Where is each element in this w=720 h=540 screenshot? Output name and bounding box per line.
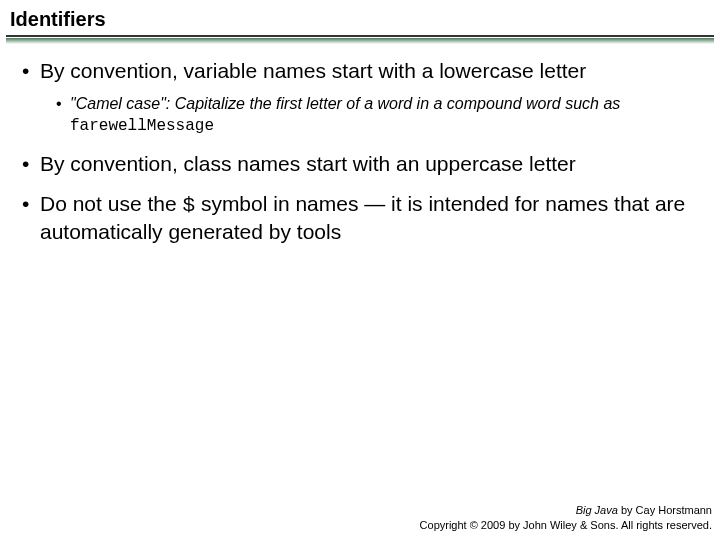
sub-bullet-1-text: "Camel case": Capitalize the first lette… [70, 95, 620, 112]
bullet-1: By convention, variable names start with… [22, 58, 698, 137]
footer-copyright: Copyright © 2009 by John Wiley & Sons. A… [420, 518, 712, 532]
content-area: By convention, variable names start with… [0, 44, 720, 246]
bullet-2-text: By convention, class names start with an… [40, 152, 576, 175]
footer-line-1: Big Java by Cay Horstmann [420, 503, 712, 517]
footer-byline: by Cay Horstmann [618, 504, 712, 516]
bullet-1-text: By convention, variable names start with… [40, 59, 586, 82]
code-farewell: farewellMessage [70, 117, 214, 135]
code-dollar: $ [182, 194, 195, 217]
title-rule [6, 35, 714, 37]
bullet-3: Do not use the $ symbol in names — it is… [22, 191, 698, 246]
slide-title: Identifiers [0, 0, 720, 35]
bullet-3-pre: Do not use the [40, 192, 182, 215]
bullet-2: By convention, class names start with an… [22, 151, 698, 177]
book-title: Big Java [576, 504, 618, 516]
footer: Big Java by Cay Horstmann Copyright © 20… [420, 503, 712, 532]
sub-bullet-1: "Camel case": Capitalize the first lette… [56, 94, 698, 137]
